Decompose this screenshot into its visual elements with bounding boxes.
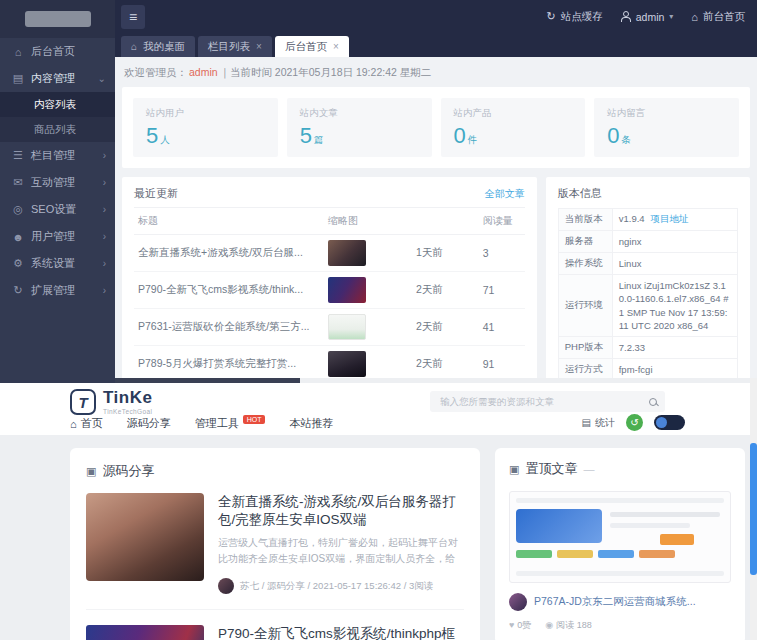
sidebar-item-content[interactable]: ▤ 内容管理 ⌄ [0,65,115,92]
sidebar-item-dashboard[interactable]: ⌂ 后台首页 [0,38,115,65]
divider [86,609,464,610]
article-title-link[interactable]: P789-5月火爆打赏系统完整打赏... [134,346,324,378]
feed-card: ▣ 源码分享 全新直播系统-游戏系统/双后台服务器打包/完整原生安卓IOS双端 … [70,448,480,640]
search-icon[interactable] [649,398,657,406]
table-row: P7631-运营版砍价全能系统/第三方... 2天前 41 [134,309,525,346]
scrollbar-track[interactable] [750,378,757,640]
stat-value: 0 [607,123,619,148]
panel-title: 版本信息 [558,186,738,201]
tab-dashboard[interactable]: 后台首页 × [275,36,349,57]
sidebar-item-label: 栏目管理 [31,148,75,163]
clear-cache-button[interactable]: ↻ 站点缓存 [547,10,603,24]
sidebar-item-system[interactable]: ⚙ 系统设置 › [0,250,115,277]
nav-item-source-share[interactable]: 源码分享 [127,416,171,431]
sidebar-subitem-content-list[interactable]: 内容列表 [0,92,115,117]
pinned-article-thumbnail[interactable] [509,491,731,583]
all-articles-link[interactable]: 全部文章 [485,187,525,201]
stat-card-products: 站内产品 0件 [441,98,586,157]
admin-username: admin [189,66,218,78]
site-sidebar: ▣ 置顶文章 — P767A-JD京东二网运营商城系统... [495,448,745,640]
sidebar-subitem-goods-list[interactable]: 商品列表 [0,117,115,142]
logo-text: TinKe [103,389,152,406]
sidebar-item-interaction[interactable]: ✉ 互动管理 › [0,169,115,196]
tab-column-list[interactable]: 栏目列表 × [198,36,272,57]
tab-my-desktop[interactable]: ⌂ 我的桌面 [121,36,195,57]
stats-link[interactable]: ▤ 统计 [582,416,615,430]
close-icon[interactable]: × [256,41,262,52]
project-link[interactable]: 项目地址 [651,213,689,224]
article-views: 3 [479,235,525,272]
pinned-article-title-link[interactable]: P767A-JD京东二网运营商城系统... [534,595,696,609]
stat-value: 5 [300,123,312,148]
front-home-link[interactable]: ⌂ 前台首页 [691,10,745,24]
sidebar-item-columns[interactable]: ☰ 栏目管理 › [0,142,115,169]
article-title-link[interactable]: P790-全新飞飞cms影视系统/thinkphp框架影视系统/飞飞臻心全能版V… [218,625,464,640]
stat-card-articles: 站内文章 5篇 [287,98,432,157]
chevron-right-icon: › [103,150,106,161]
recent-updates-panel: 最近更新 全部文章 标题 缩略图 阅读量 全新直播系统+游 [122,177,537,378]
article-meta: 苏七 / 源码分享 / 2021-05-17 15:26:42 / 3阅读 [240,580,433,593]
article-views: 41 [479,309,525,346]
section-title: 置顶文章 [525,460,577,478]
topbar-actions: ↻ 站点缓存 admin ▾ ⌂ 前台首页 [547,10,746,24]
cache-label: 站点缓存 [561,10,603,24]
green-circle-icon[interactable]: ↺ [626,414,643,431]
chevron-right-icon: › [103,258,106,269]
version-info-panel: 版本信息 当前版本 v1.9.4项目地址 服务器nginx 操作系统Linux … [546,177,750,378]
sidebar-submenu: 内容列表 商品列表 [0,92,115,142]
article-title-link[interactable]: 全新直播系统+游戏系统/双后台服... [134,235,324,272]
extend-icon: ↻ [12,284,24,297]
home-icon: ⌂ [691,11,698,23]
site-logo[interactable]: T TinKe TinKeTechGoal [70,389,152,415]
logo-icon: T [70,389,96,415]
article-thumbnail[interactable] [86,625,204,640]
article-title-link[interactable]: P790-全新飞飞cms影视系统/think... [134,272,324,309]
menu-toggle-button[interactable]: ≡ [121,5,145,29]
section-title: 源码分享 [102,462,154,480]
article-views: 91 [479,346,525,378]
admin-topbar: ≡ ↻ 站点缓存 admin ▾ ⌂ 前台首页 [115,0,757,33]
scrollbar-thumb[interactable] [750,443,757,575]
article-thumbnail [328,277,366,303]
article-thumbnail [328,351,366,377]
article-thumbnail [328,314,366,340]
sidebar-item-seo[interactable]: ◎ SEO设置 › [0,196,115,223]
feed-article: 全新直播系统-游戏系统/双后台服务器打包/完整原生安卓IOS双端 运营级人气直播… [86,493,464,594]
article-title-link[interactable]: 全新直播系统-游戏系统/双后台服务器打包/完整原生安卓IOS双端 [218,493,464,529]
reads-count: ◉阅读 188 [545,619,591,632]
nav-item-admin-tools[interactable]: 管理工具 HOT [195,416,266,431]
sapi-value: fpm-fcgi [612,359,737,378]
nav-item-home[interactable]: ⌂ 首页 [70,416,103,431]
article-time: 1天前 [412,235,479,272]
article-thumbnail [328,240,366,266]
recent-updates-table: 标题 缩略图 阅读量 全新直播系统+游戏系统/双后台服... 1天前 3 [134,207,525,378]
search-input[interactable] [438,395,649,408]
hot-badge: HOT [243,415,266,424]
author-avatar[interactable] [509,593,527,611]
nav-item-recommend[interactable]: 本站推荐 [289,416,333,431]
panel-title: 最近更新 [134,186,178,201]
article-title-link[interactable]: P7631-运营版砍价全能系统/第三方... [134,309,324,346]
version-number: v1.9.4 [619,213,645,224]
table-row: P790-全新飞飞cms影视系统/think... 2天前 71 [134,272,525,309]
author-avatar[interactable] [218,578,234,594]
close-icon[interactable]: × [333,41,339,52]
stat-value: 0 [454,123,466,148]
sidebar-item-users[interactable]: ☻ 用户管理 › [0,223,115,250]
sidebar-menu: ⌂ 后台首页 ▤ 内容管理 ⌄ 内容列表 商品列表 ☰ 栏目管理 › ✉ 互动管… [0,38,115,304]
article-description: 运营级人气直播打包，特别广誉必知，起码让舞平台对比功能齐全原生安卓IOS双端，界… [218,535,464,567]
tab-label: 后台首页 [285,40,327,54]
admin-panel: ⌂ 后台首页 ▤ 内容管理 ⌄ 内容列表 商品列表 ☰ 栏目管理 › ✉ 互动管… [0,0,757,378]
theme-toggle[interactable] [654,415,685,430]
admin-sidebar: ⌂ 后台首页 ▤ 内容管理 ⌄ 内容列表 商品列表 ☰ 栏目管理 › ✉ 互动管… [0,0,115,378]
user-menu[interactable]: admin ▾ [621,11,674,23]
gear-icon: ⚙ [12,257,24,270]
home-icon: ⌂ [70,418,77,430]
pinned-article-card: ▣ 置顶文章 — P767A-JD京东二网运营商城系统... [495,448,745,640]
article-thumbnail[interactable] [86,493,204,581]
sidebar-item-extensions[interactable]: ↻ 扩展管理 › [0,277,115,304]
sidebar-item-label: 扩展管理 [31,283,75,298]
home-icon: ⌂ [12,46,24,58]
site-main: ▣ 源码分享 全新直播系统-游戏系统/双后台服务器打包/完整原生安卓IOS双端 … [70,448,745,640]
user-icon: ☻ [12,231,24,243]
